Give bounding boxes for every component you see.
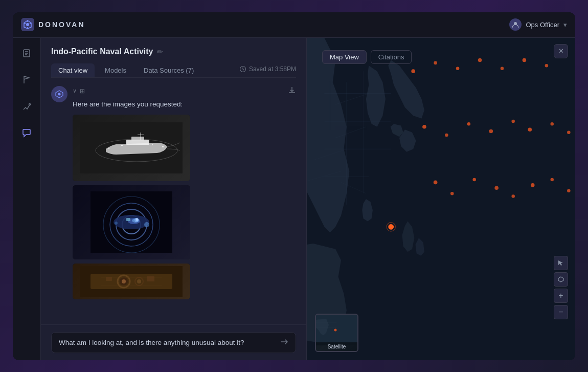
ai-avatar (51, 86, 67, 102)
svg-point-81 (434, 180, 438, 184)
tab-chat-view[interactable]: Chat view (51, 63, 95, 77)
svg-rect-41 (91, 274, 172, 289)
cursor-tool-button[interactable] (554, 256, 568, 270)
svg-point-36 (136, 218, 139, 221)
svg-point-78 (550, 122, 554, 126)
version-chevron[interactable]: ∨ (73, 87, 77, 94)
svg-point-67 (456, 67, 460, 70)
message-text: Here are the images you requested: (73, 99, 296, 110)
chat-input-area (41, 324, 306, 360)
user-name: Ops Officer (526, 21, 559, 29)
svg-point-68 (478, 58, 482, 62)
donovan-logo-icon (21, 18, 34, 31)
svg-point-86 (531, 183, 535, 187)
image-grid (73, 115, 296, 299)
svg-point-37 (144, 222, 149, 227)
map-tab-citations[interactable]: Citations (371, 50, 412, 64)
ship-image-ir-container (73, 185, 190, 259)
svg-point-88 (567, 189, 571, 192)
chat-input[interactable] (59, 339, 276, 346)
map-container (307, 38, 575, 360)
svg-point-76 (511, 119, 515, 123)
ship-image-thermal (73, 264, 190, 299)
svg-rect-26 (162, 146, 164, 147)
chat-panel: Indo-Pacific Naval Activity ✏ Chat view … (41, 38, 307, 360)
sidebar-item-chat[interactable] (18, 125, 35, 141)
nav-bar: DONOVAN Ops Officer ▾ (13, 12, 575, 38)
svg-point-82 (450, 191, 454, 195)
chat-title-row: Indo-Pacific Naval Activity ✏ (51, 47, 296, 56)
svg-marker-91 (558, 277, 563, 282)
tab-data-sources[interactable]: Data Sources (7) (137, 63, 201, 77)
download-button[interactable] (288, 86, 296, 96)
save-status-text: Saved at 3:58PM (249, 65, 296, 73)
svg-point-77 (528, 127, 532, 132)
svg-point-95 (334, 329, 337, 331)
satellite-label: Satellite (316, 342, 357, 351)
send-button[interactable] (280, 338, 288, 347)
map-panel: Map View Citations ✕ (307, 38, 575, 360)
ir-image-svg (91, 191, 172, 253)
svg-rect-20 (131, 137, 144, 141)
zoom-in-button[interactable]: + (554, 289, 568, 303)
ship-image-thermal-container (73, 264, 190, 299)
svg-point-87 (550, 178, 554, 181)
sidebar (13, 38, 41, 360)
svg-point-69 (501, 67, 504, 70)
zoom-out-button[interactable]: − (554, 305, 568, 319)
chat-input-wrapper (51, 332, 296, 353)
map-toolbar: Map View Citations (314, 44, 420, 70)
ship-image-ir (73, 185, 190, 259)
map-tab-view[interactable]: Map View (322, 50, 367, 64)
user-avatar-icon (509, 18, 522, 31)
svg-point-38 (115, 222, 118, 225)
thermal-image-svg (80, 266, 183, 297)
svg-point-71 (545, 64, 549, 68)
clock-icon (239, 65, 246, 73)
dropdown-icon: ▾ (563, 21, 567, 29)
svg-point-70 (523, 58, 527, 62)
chat-header: Indo-Pacific Naval Activity ✏ Chat view … (41, 38, 306, 78)
nav-user[interactable]: Ops Officer ▾ (509, 18, 567, 31)
svg-rect-24 (121, 145, 123, 146)
map-controls: + − (554, 256, 568, 319)
svg-point-73 (445, 133, 448, 137)
nav-logo: DONOVAN (21, 18, 85, 31)
svg-point-75 (489, 129, 493, 133)
svg-rect-49 (147, 276, 154, 281)
satellite-thumbnail[interactable]: Satellite (315, 314, 358, 352)
sar-image-svg (80, 122, 183, 173)
tab-models[interactable]: Models (98, 63, 133, 77)
ai-message: ∨ ⊞ Here are the images you requested: (51, 86, 296, 299)
svg-point-89 (388, 224, 394, 229)
svg-point-44 (122, 279, 126, 283)
svg-point-83 (472, 178, 476, 181)
svg-rect-52 (307, 38, 575, 360)
map-svg (307, 38, 575, 360)
svg-point-2 (26, 23, 29, 26)
svg-point-72 (422, 124, 426, 128)
svg-rect-50 (106, 277, 112, 281)
satellite-thumb-svg (316, 315, 358, 345)
svg-point-85 (511, 194, 515, 198)
svg-point-46 (137, 279, 141, 283)
svg-point-16 (58, 93, 61, 95)
app-container: DONOVAN Ops Officer ▾ (13, 12, 575, 360)
edit-title-icon[interactable]: ✏ (157, 48, 163, 56)
svg-point-13 (29, 103, 31, 105)
sidebar-item-reports[interactable] (18, 72, 35, 88)
map-close-button[interactable]: ✕ (554, 44, 568, 58)
polygon-tool-button[interactable] (554, 272, 568, 287)
sidebar-item-documents[interactable] (18, 45, 35, 61)
link-icon: ⊞ (80, 87, 85, 95)
app-name: DONOVAN (38, 20, 85, 29)
svg-rect-23 (108, 148, 109, 149)
sidebar-item-analysis[interactable] (18, 98, 35, 115)
main-body: Indo-Pacific Naval Activity ✏ Chat view … (13, 38, 575, 360)
ship-image-sar (73, 115, 190, 181)
message-header: ∨ ⊞ (73, 86, 296, 96)
svg-point-66 (434, 61, 437, 64)
svg-rect-25 (152, 144, 153, 145)
chat-title: Indo-Pacific Naval Activity (51, 47, 153, 56)
tab-bar: Chat view Models Data Sources (7) (51, 63, 239, 77)
